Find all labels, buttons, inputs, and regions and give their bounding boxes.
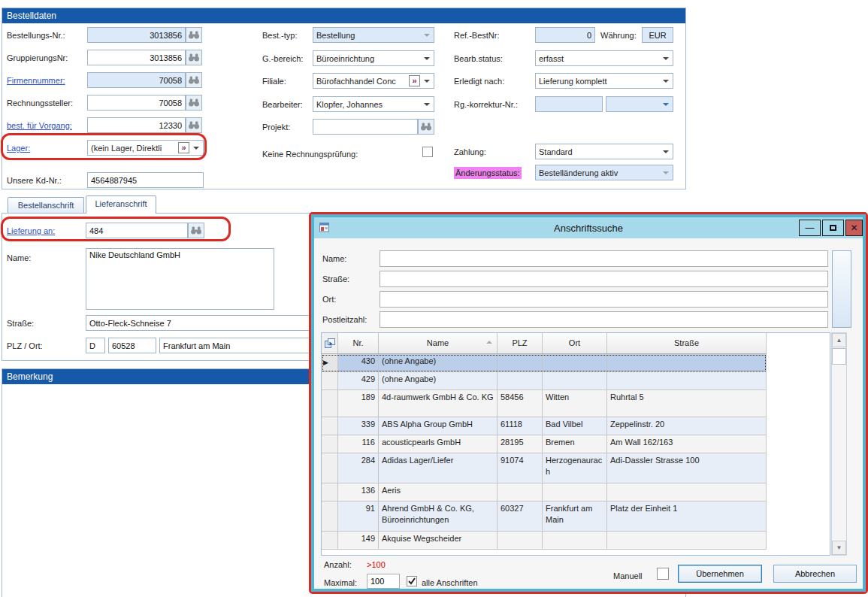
- cell-name[interactable]: 4d-raumwerk GmbH & Co. KG: [379, 390, 498, 417]
- cell-nr[interactable]: 430: [338, 354, 379, 371]
- filiale-dropdown-arrow-icon[interactable]: [424, 80, 430, 83]
- table-row-selected[interactable]: ▶ 430 (ohne Angabe): [322, 354, 767, 372]
- cell-strasse[interactable]: [607, 483, 767, 501]
- cell-strasse[interactable]: [607, 532, 767, 549]
- land-field[interactable]: [86, 338, 105, 353]
- search-side-button[interactable]: [832, 250, 851, 328]
- bearbstatus-dropdown-arrow-icon[interactable]: [663, 57, 669, 60]
- firmennummer-search-button[interactable]: [186, 72, 202, 88]
- scroll-up-icon[interactable]: ▲: [832, 333, 846, 347]
- lager-link[interactable]: Lager:: [7, 143, 30, 153]
- vorgang-link[interactable]: best. für Vorgang:: [7, 120, 72, 131]
- firmennummer-field[interactable]: [87, 72, 186, 88]
- kdnr-field[interactable]: [87, 172, 204, 188]
- rechnungssteller-field[interactable]: [87, 95, 186, 111]
- filiale-jump-icon[interactable]: »: [409, 75, 420, 86]
- cell-name[interactable]: Ahrend GmbH & Co. KG, Büroeinrichtungen: [379, 502, 498, 531]
- cell-ort[interactable]: Witten: [543, 390, 607, 417]
- header-name[interactable]: Name: [379, 333, 498, 353]
- lager-jump-icon[interactable]: »: [178, 142, 189, 153]
- plz-field[interactable]: [108, 338, 156, 353]
- header-strasse[interactable]: Straße: [607, 333, 767, 353]
- cell-strasse[interactable]: [607, 372, 767, 389]
- table-row[interactable]: 116 acousticpearls GmbH 28195 Bremen Am …: [322, 435, 767, 453]
- cell-ort[interactable]: [543, 372, 607, 389]
- tab-lieferanschrift[interactable]: Lieferanschrift: [86, 195, 156, 214]
- cell-name[interactable]: Akquise Wegscheider: [379, 532, 498, 549]
- erledigt-combo[interactable]: Lieferung komplett: [535, 73, 673, 89]
- table-scrollbar[interactable]: ▲ ▼: [831, 332, 847, 556]
- waehrung-field[interactable]: [642, 27, 673, 43]
- cell-plz[interactable]: 60327: [498, 502, 543, 531]
- header-plz[interactable]: PLZ: [498, 333, 543, 353]
- cell-nr[interactable]: 136: [338, 483, 379, 501]
- cell-ort[interactable]: Frankfurt am Main: [543, 502, 607, 531]
- maximize-button[interactable]: [822, 220, 844, 236]
- cell-name[interactable]: (ohne Angabe): [379, 354, 498, 371]
- cell-plz[interactable]: [498, 532, 543, 549]
- table-row[interactable]: 339 ABS Alpha Group GmbH 61118 Bad Vilbe…: [322, 417, 767, 435]
- bestellnr-search-button[interactable]: [186, 27, 202, 43]
- zahlung-dropdown-arrow-icon[interactable]: [663, 150, 669, 153]
- cell-strasse[interactable]: [607, 354, 767, 371]
- cell-nr[interactable]: 429: [338, 372, 379, 389]
- rgkorrektur-dropdown-arrow-icon[interactable]: [663, 103, 669, 106]
- cell-name[interactable]: Adidas Lager/Liefer: [379, 453, 498, 483]
- tab-bestellanschrift[interactable]: Bestellanschrift: [8, 197, 84, 213]
- filiale-combo[interactable]: Bürofachhandel Conc »: [313, 73, 434, 89]
- table-row[interactable]: 136 Aeris: [322, 483, 767, 502]
- besttyp-combo[interactable]: Bestellung: [313, 27, 434, 43]
- gruppierungsnr-field[interactable]: [87, 50, 186, 65]
- projekt-search-button[interactable]: [418, 119, 434, 135]
- table-row[interactable]: 149 Akquise Wegscheider: [322, 532, 767, 550]
- lieferung-an-field[interactable]: [86, 223, 188, 238]
- dialog-titlebar[interactable]: Anschriftssuche: [314, 217, 863, 238]
- table-row[interactable]: 91 Ahrend GmbH & Co. KG, Büroeinrichtung…: [322, 502, 767, 532]
- rgkorrektur-field[interactable]: [535, 96, 603, 112]
- erledigt-dropdown-arrow-icon[interactable]: [663, 80, 669, 83]
- table-row[interactable]: 429 (ohne Angabe): [322, 372, 767, 390]
- lager-combo[interactable]: (kein Lager, Direktli »: [87, 140, 204, 156]
- vorgang-search-button[interactable]: [186, 117, 202, 133]
- cell-strasse[interactable]: Ruhrtal 5: [607, 390, 767, 417]
- vorgang-field[interactable]: [87, 117, 186, 133]
- cell-strasse[interactable]: Platz der Einheit 1: [607, 502, 767, 531]
- cell-plz[interactable]: [498, 372, 543, 389]
- uebernehmen-button[interactable]: Übernehmen: [678, 565, 762, 583]
- lager-dropdown-arrow-icon[interactable]: [193, 147, 199, 150]
- scrollbar-thumb[interactable]: [832, 348, 846, 365]
- cell-ort[interactable]: Bad Vilbel: [543, 417, 607, 435]
- cell-plz[interactable]: 91074: [498, 453, 543, 483]
- gruppierungsnr-search-button[interactable]: [186, 50, 202, 65]
- cell-nr[interactable]: 149: [338, 532, 379, 549]
- aenderungsstatus-combo[interactable]: Bestelländerung aktiv: [535, 165, 673, 180]
- cell-ort[interactable]: Bremen: [543, 435, 607, 453]
- cell-nr[interactable]: 91: [338, 502, 379, 531]
- cell-ort[interactable]: Herzogenaurach: [543, 453, 607, 483]
- cell-name[interactable]: acousticpearls GmbH: [379, 435, 498, 453]
- dialog-plz-input[interactable]: [380, 311, 828, 328]
- bestellnr-field[interactable]: [87, 27, 186, 43]
- refbestnr-field[interactable]: [535, 27, 595, 43]
- dialog-name-input[interactable]: [380, 250, 828, 267]
- cell-name[interactable]: ABS Alpha Group GmbH: [379, 417, 498, 435]
- minimize-button[interactable]: —: [799, 220, 821, 236]
- dialog-strasse-input[interactable]: [380, 271, 828, 287]
- gbereich-combo[interactable]: Büroeinrichtung: [313, 50, 434, 66]
- rechnungssteller-search-button[interactable]: [186, 95, 202, 111]
- alle-anschriften-checkbox[interactable]: [407, 576, 417, 586]
- cell-strasse[interactable]: Zeppelinstr. 20: [607, 417, 767, 435]
- header-nr[interactable]: Nr.: [338, 333, 379, 353]
- cell-plz[interactable]: 58456: [498, 390, 543, 417]
- name-textarea[interactable]: Nike Deutschland GmbH: [86, 248, 274, 310]
- cell-plz[interactable]: 61118: [498, 417, 543, 435]
- cell-plz[interactable]: [498, 354, 543, 371]
- cell-nr[interactable]: 189: [338, 390, 379, 417]
- header-ort[interactable]: Ort: [543, 333, 607, 353]
- cell-plz[interactable]: [498, 483, 543, 501]
- manuell-checkbox[interactable]: [657, 568, 669, 580]
- cell-name[interactable]: (ohne Angabe): [379, 372, 498, 389]
- cell-nr[interactable]: 116: [338, 435, 379, 453]
- firmennummer-link[interactable]: Firmennummer:: [7, 75, 65, 86]
- lieferung-an-link[interactable]: Lieferung an:: [7, 226, 55, 236]
